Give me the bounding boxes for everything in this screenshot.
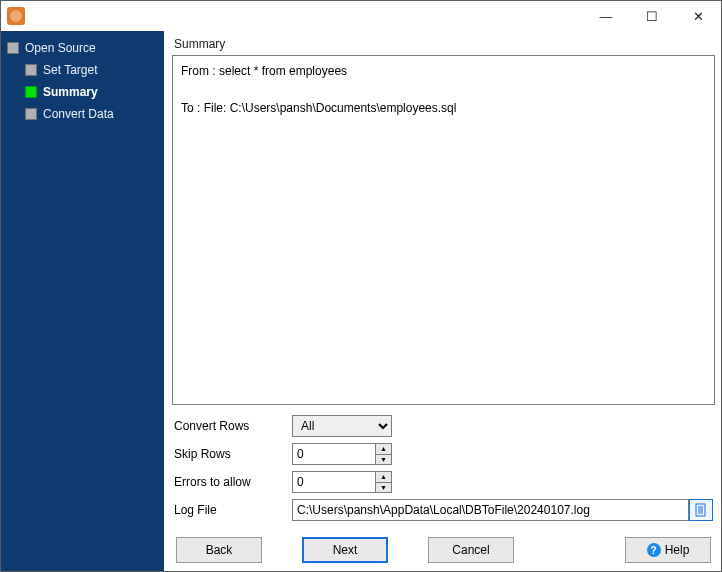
errors-allow-cell: ▲ ▼ — [292, 471, 689, 493]
help-button-label: Help — [665, 543, 690, 557]
convert-rows-label: Convert Rows — [172, 419, 292, 433]
skip-rows-label: Skip Rows — [172, 447, 292, 461]
errors-allow-input[interactable] — [293, 472, 375, 492]
document-icon — [694, 503, 708, 517]
errors-allow-stepper[interactable]: ▲ ▼ — [292, 471, 392, 493]
convert-rows-cell: All — [292, 415, 689, 437]
log-file-browse-button[interactable] — [689, 499, 713, 521]
square-icon — [25, 108, 37, 120]
skip-rows-input[interactable] — [293, 444, 375, 464]
skip-rows-cell: ▲ ▼ — [292, 443, 689, 465]
step-open-source[interactable]: Open Source — [5, 37, 160, 59]
body: Open Source Set Target — [1, 31, 721, 571]
step-set-target[interactable]: Set Target — [23, 59, 160, 81]
titlebar: — ☐ ✕ — [1, 1, 721, 31]
wizard-sidebar: Open Source Set Target — [1, 31, 164, 571]
summary-text[interactable]: From : select * from employees To : File… — [172, 55, 715, 405]
step-summary[interactable]: Summary — [23, 81, 160, 103]
summary-heading: Summary — [172, 35, 715, 55]
log-file-browse-cell — [689, 499, 715, 521]
close-button[interactable]: ✕ — [675, 1, 721, 31]
wizard-steps-tree: Open Source Set Target — [5, 37, 160, 125]
log-file-cell — [292, 499, 689, 521]
summary-from-line: From : select * from employees — [181, 62, 706, 81]
help-button[interactable]: ? Help — [625, 537, 711, 563]
main-panel: Summary From : select * from employees T… — [164, 31, 721, 571]
step-label: Convert Data — [43, 107, 114, 121]
spin-up-icon[interactable]: ▲ — [376, 472, 391, 483]
square-icon — [25, 64, 37, 76]
convert-rows-select[interactable]: All — [292, 415, 392, 437]
log-file-input[interactable] — [292, 499, 689, 521]
step-convert-data[interactable]: Convert Data — [23, 103, 160, 125]
options-grid: Convert Rows All Skip Rows ▲ ▼ — [172, 415, 715, 521]
step-label: Set Target — [43, 63, 97, 77]
app-window: — ☐ ✕ Open Source — [0, 0, 722, 572]
back-button[interactable]: Back — [176, 537, 262, 563]
skip-rows-stepper[interactable]: ▲ ▼ — [292, 443, 392, 465]
wizard-buttons: Back Next Cancel ? Help — [172, 527, 715, 565]
square-icon — [7, 42, 19, 54]
spin-down-icon[interactable]: ▼ — [376, 455, 391, 465]
spin-up-icon[interactable]: ▲ — [376, 444, 391, 455]
window-controls: — ☐ ✕ — [583, 1, 721, 31]
maximize-button[interactable]: ☐ — [629, 1, 675, 31]
errors-allow-label: Errors to allow — [172, 475, 292, 489]
summary-to-line: To : File: C:\Users\pansh\Documents\empl… — [181, 99, 706, 118]
square-icon — [25, 86, 37, 98]
next-button[interactable]: Next — [302, 537, 388, 563]
blank-line — [181, 81, 706, 99]
log-file-label: Log File — [172, 503, 292, 517]
help-icon: ? — [647, 543, 661, 557]
step-label: Open Source — [25, 41, 96, 55]
minimize-button[interactable]: — — [583, 1, 629, 31]
app-icon — [7, 7, 25, 25]
svg-rect-0 — [696, 504, 705, 516]
spin-down-icon[interactable]: ▼ — [376, 483, 391, 493]
step-label: Summary — [43, 85, 98, 99]
cancel-button[interactable]: Cancel — [428, 537, 514, 563]
